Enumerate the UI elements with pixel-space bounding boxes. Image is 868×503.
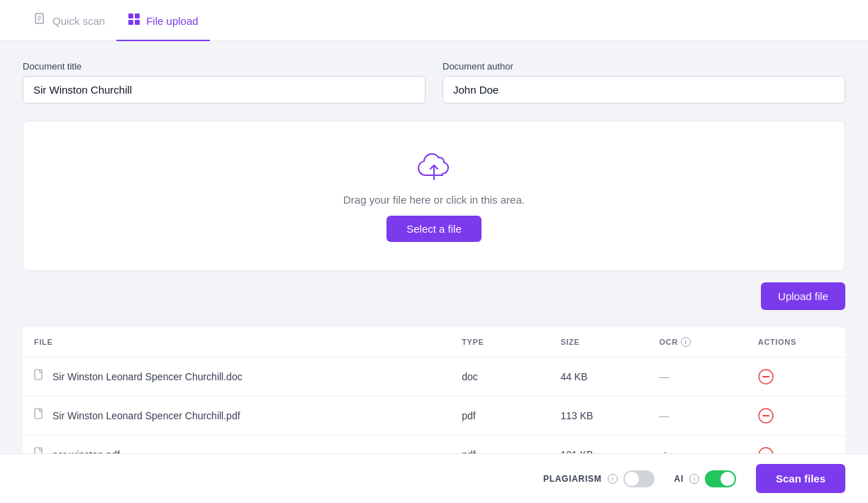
- svg-rect-5: [135, 13, 140, 18]
- upload-row: Upload file: [23, 282, 845, 310]
- ai-toggle-group: AI i: [674, 470, 736, 487]
- file-type: pdf: [450, 397, 549, 436]
- ocr-value: —: [660, 410, 669, 421]
- plagiarism-info-icon[interactable]: i: [608, 474, 618, 484]
- col-header-actions: ACTIONS: [758, 338, 796, 346]
- cloud-upload-icon: [416, 150, 452, 184]
- quick-scan-icon: [34, 13, 47, 28]
- file-upload-icon: [128, 13, 140, 28]
- col-header-file: FILE: [34, 338, 52, 346]
- author-group: Document author: [443, 61, 845, 104]
- file-cell: Sir Winston Leonard Spencer Churchill.do…: [34, 369, 439, 385]
- table-row: Sir Winston Leonard Spencer Churchill.do…: [23, 358, 845, 397]
- delete-file-icon[interactable]: [758, 408, 834, 424]
- file-name: Sir Winston Leonard Spencer Churchill.do…: [52, 371, 243, 382]
- tab-file-upload-label: File upload: [146, 15, 198, 27]
- title-group: Document title: [23, 61, 425, 104]
- tab-quick-scan[interactable]: Quick scan: [23, 0, 116, 41]
- svg-rect-4: [128, 13, 133, 18]
- form-row: Document title Document author: [23, 61, 845, 104]
- file-type: doc: [450, 358, 549, 397]
- plagiarism-label: PLAGIARISM: [543, 474, 602, 484]
- upload-file-button[interactable]: Upload file: [761, 282, 845, 310]
- col-header-size: SIZE: [560, 338, 579, 346]
- file-size: 113 KB: [549, 397, 647, 436]
- dropzone[interactable]: Drag your file here or click in this are…: [23, 121, 845, 271]
- file-ocr: —: [648, 397, 747, 436]
- plagiarism-toggle-group: PLAGIARISM i: [543, 470, 655, 487]
- file-ocr: —: [648, 358, 747, 397]
- tab-file-upload[interactable]: File upload: [116, 0, 209, 41]
- svg-rect-11: [35, 409, 42, 419]
- col-header-type: TYPE: [462, 338, 484, 346]
- main-content: Document title Document author Drag your…: [0, 41, 868, 488]
- ocr-info-icon[interactable]: i: [681, 337, 691, 347]
- delete-file-icon[interactable]: [758, 369, 834, 385]
- svg-rect-6: [128, 20, 133, 25]
- bottom-bar: PLAGIARISM i AI i Scan files: [0, 453, 868, 503]
- author-input[interactable]: [443, 76, 845, 104]
- drop-text: Drag your file here or click in this are…: [343, 194, 525, 206]
- ai-toggle[interactable]: [705, 470, 736, 487]
- file-table: FILE TYPE SIZE OCR i A: [23, 327, 845, 474]
- author-label: Document author: [443, 61, 845, 72]
- file-cell: Sir Winston Leonard Spencer Churchill.pd…: [34, 408, 439, 424]
- file-size: 44 KB: [549, 358, 647, 397]
- ai-label: AI: [674, 474, 684, 484]
- svg-rect-8: [35, 370, 42, 380]
- file-doc-icon: [34, 408, 45, 424]
- plagiarism-toggle[interactable]: [623, 470, 655, 487]
- ocr-value: —: [660, 371, 669, 382]
- file-name: Sir Winston Leonard Spencer Churchill.pd…: [52, 410, 240, 421]
- file-actions: [747, 397, 845, 436]
- file-actions: [747, 358, 845, 397]
- col-header-ocr: OCR: [660, 338, 678, 346]
- ai-info-icon[interactable]: i: [689, 474, 699, 484]
- select-file-button[interactable]: Select a file: [386, 216, 482, 242]
- title-input[interactable]: [23, 76, 425, 104]
- file-doc-icon: [34, 369, 45, 385]
- svg-rect-7: [135, 20, 140, 25]
- scan-files-button[interactable]: Scan files: [756, 464, 845, 493]
- tab-quick-scan-label: Quick scan: [52, 15, 105, 27]
- tab-bar: Quick scan File upload: [0, 0, 868, 41]
- title-label: Document title: [23, 61, 425, 72]
- table-row: Sir Winston Leonard Spencer Churchill.pd…: [23, 397, 845, 436]
